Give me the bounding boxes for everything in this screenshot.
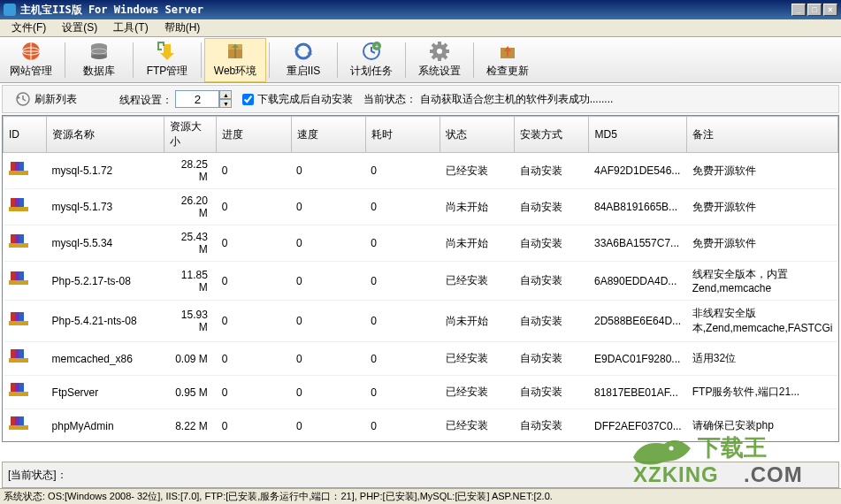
cell-time: 0 <box>365 262 440 301</box>
cell-md5: 6A890EDDA4D... <box>589 262 687 301</box>
archive-icon <box>9 415 28 434</box>
cell-md5: DFF2AEF037C0... <box>589 409 687 443</box>
menu-settings[interactable]: 设置(S) <box>55 19 104 37</box>
cell-mode: 自动安装 <box>515 262 589 301</box>
cell-mode: 自动安装 <box>515 409 589 443</box>
cell-size: 15.93 M <box>164 301 217 342</box>
toolbar-label: 重启IIS <box>287 64 321 79</box>
globe-icon <box>20 41 42 62</box>
auto-install-label: 下载完成后自动安装 <box>257 92 353 107</box>
check-update-button[interactable]: 检查更新 <box>477 38 539 82</box>
cell-speed: 0 <box>291 189 365 225</box>
col-mode-header[interactable]: 安装方式 <box>515 117 589 153</box>
table-row[interactable]: Php-5.4.21-nts-08 15.93 M 0 0 0 尚未开始 自动安… <box>4 301 838 342</box>
ftp-icon <box>157 41 178 62</box>
cell-size: 0.95 M <box>164 376 217 409</box>
cell-progress: 0 <box>217 409 291 443</box>
separator <box>65 42 65 78</box>
cell-md5: 33A6BA1557C7... <box>589 225 687 262</box>
cell-time: 0 <box>365 409 440 443</box>
svg-point-14 <box>437 49 442 54</box>
separator <box>269 42 270 78</box>
col-speed-header[interactable]: 速度 <box>291 117 365 153</box>
cell-progress: 0 <box>217 153 291 189</box>
col-size-header[interactable]: 资源大小 <box>164 117 217 153</box>
col-id-header[interactable]: ID <box>4 117 47 153</box>
col-md5-header[interactable]: MD5 <box>589 117 687 153</box>
col-note-header[interactable]: 备注 <box>687 117 838 153</box>
cell-state: 已经安装 <box>440 153 515 189</box>
svg-line-19 <box>432 44 435 47</box>
resource-table: ID 资源名称 资源大小 进度 速度 耗时 状态 安装方式 MD5 备注 mys… <box>3 116 838 442</box>
history-icon <box>15 91 31 107</box>
archive-icon <box>9 310 28 330</box>
menu-file[interactable]: 文件(F) <box>4 19 53 37</box>
cell-name: mysql-5.1.72 <box>47 153 164 189</box>
resource-table-container[interactable]: ID 资源名称 资源大小 进度 速度 耗时 状态 安装方式 MD5 备注 mys… <box>2 115 839 442</box>
cell-mode: 自动安装 <box>515 301 589 342</box>
cell-progress: 0 <box>217 225 291 262</box>
refresh-list-button[interactable]: 刷新列表 <box>10 89 82 109</box>
cell-md5: 81817EBE01AF... <box>589 376 687 409</box>
cell-speed: 0 <box>291 262 365 301</box>
auto-install-checkbox[interactable] <box>242 94 254 105</box>
menu-help[interactable]: 帮助(H) <box>157 19 208 37</box>
maximize-button[interactable]: □ <box>807 4 822 16</box>
cell-note: 免费开源软件 <box>687 225 838 262</box>
table-row[interactable]: mysql-5.1.73 26.20 M 0 0 0 尚未开始 自动安装 84A… <box>4 189 838 225</box>
cell-note: 非线程安全版本,Zend,memcache,FASTCGi <box>687 301 838 342</box>
toolbar-label: Web环境 <box>214 64 256 79</box>
main-toolbar: 网站管理 数据库 FTP管理 Web环境 重启IIS + 计划任务 系统设置 检… <box>0 37 841 83</box>
close-button[interactable]: × <box>823 4 837 16</box>
cron-button[interactable]: + 计划任务 <box>340 38 402 82</box>
cell-note: 免费开源软件 <box>687 153 838 189</box>
cell-state: 已经安装 <box>440 342 515 376</box>
current-status-text: 自动获取适合您主机的软件列表成功........ <box>420 93 614 105</box>
separator <box>201 42 202 78</box>
col-time-header[interactable]: 耗时 <box>365 117 440 153</box>
cell-md5: E9DAC01F9280... <box>589 342 687 376</box>
thread-up-button[interactable]: ▲ <box>219 90 232 99</box>
cell-state: 尚未开始 <box>440 301 515 342</box>
col-progress-header[interactable]: 进度 <box>217 117 291 153</box>
cell-speed: 0 <box>291 409 365 443</box>
table-row[interactable]: mysql-5.5.34 25.43 M 0 0 0 尚未开始 自动安装 33A… <box>4 225 838 262</box>
app-icon <box>4 4 16 16</box>
separator <box>473 42 474 78</box>
current-status-label: 当前状态： <box>363 93 417 105</box>
minimize-button[interactable]: _ <box>791 4 806 16</box>
web-env-button[interactable]: Web环境 <box>204 38 266 82</box>
table-row[interactable]: Php-5.2.17-ts-08 11.85 M 0 0 0 已经安装 自动安装… <box>4 262 838 301</box>
svg-text:+: + <box>375 42 379 50</box>
cell-name: Php-5.4.21-nts-08 <box>47 301 164 342</box>
table-row[interactable]: memcached_x86 0.09 M 0 0 0 已经安装 自动安装 E9D… <box>4 342 838 376</box>
col-state-header[interactable]: 状态 <box>440 117 515 153</box>
thread-down-button[interactable]: ▼ <box>219 99 232 108</box>
status-panel: [当前状态]： <box>2 462 839 488</box>
cell-speed: 0 <box>291 301 365 342</box>
cell-mode: 自动安装 <box>515 342 589 376</box>
ftp-mgmt-button[interactable]: FTP管理 <box>136 38 198 82</box>
cell-note: FTP服务软件,端口21... <box>687 376 838 409</box>
separator <box>337 42 338 78</box>
restart-iis-button[interactable]: 重启IIS <box>272 38 334 82</box>
options-bar: 刷新列表 线程设置： ▲ ▼ 下载完成后自动安装 当前状态： 自动获取适合您主机… <box>2 85 839 113</box>
refresh-icon <box>293 41 314 62</box>
toolbar-label: 计划任务 <box>350 64 393 79</box>
menu-tools[interactable]: 工具(T) <box>106 19 155 37</box>
title-bar: 主机宝IIS版 For Windows Server _ □ × <box>0 0 841 19</box>
cell-state: 已经安装 <box>440 376 515 409</box>
system-settings-button[interactable]: 系统设置 <box>409 38 470 82</box>
cell-time: 0 <box>365 301 440 342</box>
thread-count-input[interactable] <box>175 90 219 108</box>
cell-mode: 自动安装 <box>515 189 589 225</box>
table-row[interactable]: mysql-5.1.72 28.25 M 0 0 0 已经安装 自动安装 4AF… <box>4 153 838 189</box>
cell-md5: 4AF92D1DE546... <box>589 153 687 189</box>
table-row[interactable]: FtpServer 0.95 M 0 0 0 已经安装 自动安装 81817EB… <box>4 376 838 409</box>
col-name-header[interactable]: 资源名称 <box>47 117 164 153</box>
site-mgmt-button[interactable]: 网站管理 <box>0 38 62 82</box>
cell-name: Php-5.2.17-ts-08 <box>47 262 164 301</box>
table-row[interactable]: phpMyAdmin 8.22 M 0 0 0 已经安装 自动安装 DFF2AE… <box>4 409 838 443</box>
database-button[interactable]: 数据库 <box>68 38 130 82</box>
cell-state: 已经安装 <box>440 409 515 443</box>
